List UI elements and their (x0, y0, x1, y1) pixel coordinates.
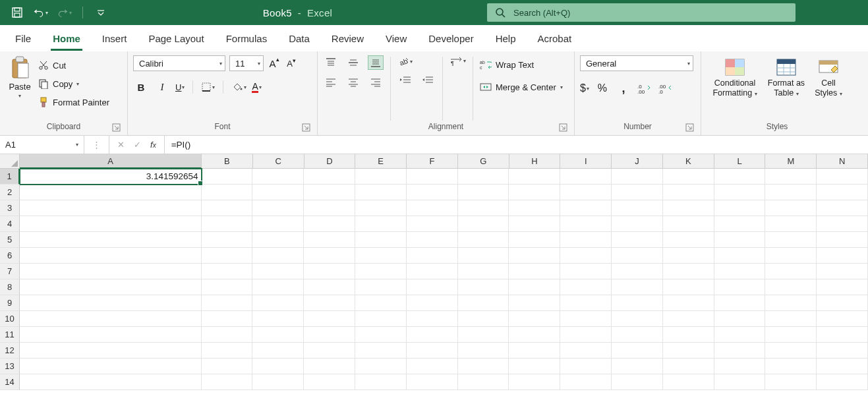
cell-J9[interactable] (612, 295, 663, 311)
cell-C13[interactable] (252, 359, 304, 374)
cell-B6[interactable] (202, 248, 253, 264)
save-icon[interactable] (10, 5, 24, 20)
paste-button[interactable]: Paste ▾ (5, 55, 34, 99)
row-header-8[interactable]: 8 (0, 279, 20, 295)
cell-A9[interactable] (20, 295, 202, 311)
orientation-button[interactable]: ab ▾ (397, 55, 436, 67)
select-all-corner[interactable] (0, 154, 20, 169)
col-header-H[interactable]: H (509, 154, 561, 169)
row-header-3[interactable]: 3 (0, 200, 20, 216)
cell-N10[interactable] (817, 311, 868, 327)
cell-J4[interactable] (612, 216, 663, 232)
cell-N12[interactable] (817, 343, 868, 359)
cell-styles-button[interactable]: Cell Styles ▾ (812, 55, 845, 98)
cell-L3[interactable] (714, 200, 766, 216)
align-right-button[interactable] (368, 75, 384, 90)
col-header-A[interactable]: A (20, 154, 202, 169)
cell-G8[interactable] (458, 279, 509, 295)
cell-C14[interactable] (252, 374, 304, 390)
cell-B7[interactable] (202, 264, 253, 279)
col-header-G[interactable]: G (458, 154, 509, 169)
dialog-launcher-icon[interactable] (685, 123, 694, 132)
row-header-6[interactable]: 6 (0, 248, 20, 264)
cell-M12[interactable] (765, 343, 817, 359)
cell-I4[interactable] (560, 216, 612, 232)
cell-L9[interactable] (714, 295, 766, 311)
cell-L8[interactable] (714, 279, 766, 295)
cell-K4[interactable] (663, 216, 714, 232)
cell-E3[interactable] (355, 200, 407, 216)
col-header-J[interactable]: J (612, 154, 663, 169)
tab-insert[interactable]: Insert (100, 27, 129, 51)
cell-I14[interactable] (560, 374, 612, 390)
cell-C12[interactable] (252, 343, 304, 359)
cell-M13[interactable] (765, 359, 817, 374)
wrap-text-button[interactable]: abc Wrap Text (480, 57, 563, 72)
cell-A12[interactable] (20, 343, 202, 359)
align-left-button[interactable] (323, 75, 339, 90)
cell-K10[interactable] (663, 311, 714, 327)
cell-D8[interactable] (304, 279, 355, 295)
cell-I2[interactable] (560, 185, 612, 200)
cell-L4[interactable] (714, 216, 766, 232)
fx-icon[interactable]: fx (150, 140, 156, 150)
cell-I12[interactable] (560, 343, 612, 359)
cell-J2[interactable] (612, 185, 663, 200)
underline-button[interactable]: U▾ (175, 82, 185, 92)
cell-I8[interactable] (560, 279, 612, 295)
cell-F13[interactable] (407, 359, 458, 374)
cell-C8[interactable] (252, 279, 304, 295)
cell-A1[interactable]: 3.141592654 (20, 169, 202, 185)
name-box-expand[interactable]: ⋮ (84, 136, 109, 154)
col-header-D[interactable]: D (304, 154, 356, 169)
cell-C9[interactable] (252, 295, 304, 311)
cell-F14[interactable] (407, 374, 458, 390)
cell-N7[interactable] (817, 264, 868, 279)
search-box[interactable]: Search (Alt+Q) (487, 3, 796, 22)
cell-B14[interactable] (202, 374, 253, 390)
cell-F3[interactable] (407, 200, 458, 216)
increase-decimal-button[interactable]: .0.00 (637, 80, 652, 96)
cell-M9[interactable] (765, 295, 817, 311)
cell-I13[interactable] (560, 359, 612, 374)
row-header-4[interactable]: 4 (0, 216, 20, 232)
cell-J8[interactable] (612, 279, 663, 295)
format-as-table-button[interactable]: Format as Table ▾ (766, 55, 807, 98)
cell-G6[interactable] (458, 248, 509, 264)
row-header-2[interactable]: 2 (0, 185, 20, 200)
cell-D14[interactable] (304, 374, 355, 390)
cell-A11[interactable] (20, 327, 202, 343)
cell-E2[interactable] (355, 185, 407, 200)
cell-D1[interactable] (304, 169, 355, 185)
merge-center-button[interactable]: Merge & Center ▾ (480, 79, 563, 95)
tab-page-layout[interactable]: Page Layout (146, 27, 206, 51)
cell-E5[interactable] (355, 232, 407, 248)
cell-C2[interactable] (252, 185, 304, 200)
cell-D6[interactable] (304, 248, 355, 264)
cut-button[interactable]: Cut (38, 58, 109, 72)
cell-H2[interactable] (509, 185, 560, 200)
cell-E10[interactable] (355, 311, 407, 327)
font-name-combo[interactable]: Calibri▾ (133, 55, 225, 71)
row-header-12[interactable]: 12 (0, 343, 20, 359)
cell-C4[interactable] (252, 216, 304, 232)
cell-H10[interactable] (509, 311, 560, 327)
cell-C5[interactable] (252, 232, 304, 248)
italic-button[interactable]: I (154, 79, 170, 95)
cell-G5[interactable] (458, 232, 509, 248)
cell-K8[interactable] (663, 279, 714, 295)
cell-M6[interactable] (765, 248, 817, 264)
cell-F5[interactable] (407, 232, 458, 248)
cell-B11[interactable] (202, 327, 253, 343)
cell-D12[interactable] (304, 343, 355, 359)
cell-K1[interactable] (663, 169, 714, 185)
row-header-10[interactable]: 10 (0, 311, 20, 327)
tab-view[interactable]: View (384, 27, 409, 51)
cell-B2[interactable] (202, 185, 253, 200)
cell-H6[interactable] (509, 248, 560, 264)
cell-J1[interactable] (612, 169, 663, 185)
format-painter-button[interactable]: Format Painter (38, 95, 109, 109)
cell-A6[interactable] (20, 248, 202, 264)
align-top-button[interactable] (323, 55, 339, 70)
align-bottom-button[interactable] (368, 55, 384, 70)
